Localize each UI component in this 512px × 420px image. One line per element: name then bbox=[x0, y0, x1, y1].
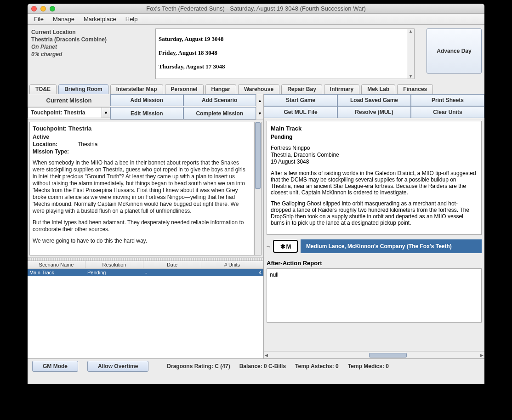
load-saved-game-button[interactable]: Load Saved Game bbox=[337, 94, 411, 106]
tab-hangar[interactable]: Hangar bbox=[205, 84, 236, 94]
menu-file[interactable]: File bbox=[29, 16, 48, 23]
aar-label: After-Action Report bbox=[267, 260, 482, 267]
allow-overtime-button[interactable]: Allow Overtime bbox=[87, 361, 148, 372]
tab-warehouse[interactable]: Warehouse bbox=[238, 84, 279, 94]
mission-select-value: Touchpoint: Thestria bbox=[28, 109, 102, 116]
location-label: Current Location bbox=[31, 28, 152, 36]
scroll-thumb[interactable] bbox=[369, 353, 407, 358]
briefing-type: Mission Type: bbox=[33, 148, 251, 155]
aar-value: null bbox=[270, 272, 279, 278]
advance-day-button[interactable]: Advance Day bbox=[427, 28, 482, 74]
tab-infirmary[interactable]: Infirmary bbox=[324, 84, 359, 94]
scrollbar[interactable] bbox=[254, 122, 262, 255]
track-paragraph: After a few months of raiding worlds in … bbox=[271, 170, 478, 196]
menu-manage[interactable]: Manage bbox=[48, 16, 79, 23]
briefing-panel: Touchpoint: Thestria Active Location:The… bbox=[29, 122, 254, 255]
tab-toe[interactable]: TO&E bbox=[29, 84, 57, 94]
chevron-down-icon[interactable]: ▼ bbox=[102, 108, 110, 118]
temp-medics: Temp Medics: 0 bbox=[348, 363, 389, 369]
dragoons-rating: Dragoons Rating: C (47) bbox=[167, 363, 230, 369]
add-scenario-button[interactable]: Add Scenario bbox=[183, 94, 256, 106]
horizontal-scrollbar[interactable]: ◀ ▶ bbox=[264, 351, 484, 358]
lance-label[interactable]: Medium Lance, McKinnon's Company (The Fo… bbox=[301, 239, 482, 253]
scroll-left-icon[interactable]: ◀ bbox=[265, 353, 268, 358]
date-log: Saturday, August 19 3048 Friday, August … bbox=[155, 28, 415, 79]
complete-mission-button[interactable]: Complete Mission bbox=[183, 107, 256, 119]
col-resolution[interactable]: Resolution bbox=[85, 261, 143, 268]
date-entry: Friday, August 18 3048 bbox=[159, 49, 404, 57]
scroll-right-icon[interactable]: ▶ bbox=[480, 353, 484, 358]
track-status: Pending bbox=[271, 134, 478, 140]
briefing-paragraph: We were going to have to do this the har… bbox=[33, 238, 251, 244]
scroll-thumb[interactable] bbox=[255, 122, 261, 189]
clear-units-button[interactable]: Clear Units bbox=[411, 106, 484, 118]
add-mission-button[interactable]: Add Mission bbox=[110, 94, 183, 106]
track-title: Main Track bbox=[271, 125, 478, 132]
scroll-up-icon[interactable]: ▲ bbox=[409, 29, 413, 34]
col-units[interactable]: # Units bbox=[201, 261, 263, 268]
aar-box: null bbox=[267, 268, 482, 323]
mission-select[interactable]: Touchpoint: Thestria ▼ bbox=[28, 107, 110, 118]
temp-astechs: Temp Astechs: 0 bbox=[295, 363, 339, 369]
zoom-icon[interactable] bbox=[50, 6, 55, 11]
minimize-icon[interactable] bbox=[40, 6, 46, 11]
edit-mission-button[interactable]: Edit Mission bbox=[110, 107, 183, 119]
tab-personnel[interactable]: Personnel bbox=[165, 84, 204, 94]
track-panel: Main Track Pending Fortress Ningpo Thest… bbox=[264, 118, 484, 351]
status-bar: GM Mode Allow Overtime Dragoons Rating: … bbox=[28, 358, 484, 373]
current-mission-header: Current Mission bbox=[28, 94, 110, 107]
scenario-table: Scenario Name Resolution Date # Units Ma… bbox=[28, 261, 263, 358]
briefing-paragraph: When somebody in the MIIO had a bee in t… bbox=[33, 159, 251, 215]
col-scenario-name[interactable]: Scenario Name bbox=[28, 261, 85, 268]
date-log-text[interactable]: Saturday, August 19 3048 Friday, August … bbox=[155, 28, 407, 79]
lance-row[interactable]: ⊸ ✱ M Medium Lance, McKinnon's Company (… bbox=[267, 239, 482, 253]
briefing-paragraph: But the Intel types had been adamant. Th… bbox=[33, 219, 251, 233]
scroll-down-icon[interactable]: ▼ bbox=[409, 74, 413, 79]
location-status: On Planet bbox=[31, 43, 152, 51]
scroll-down-icon[interactable]: ▼ bbox=[256, 107, 263, 119]
col-date[interactable]: Date bbox=[143, 261, 201, 268]
scrollbar[interactable]: ▲▼ bbox=[407, 28, 415, 79]
print-sheets-button[interactable]: Print Sheets bbox=[411, 94, 484, 106]
tab-finances[interactable]: Finances bbox=[397, 84, 433, 94]
start-game-button[interactable]: Start Game bbox=[264, 94, 337, 106]
resolve-mul-button[interactable]: Resolve (MUL) bbox=[337, 106, 411, 118]
get-mul-button[interactable]: Get MUL File bbox=[264, 106, 337, 118]
balance: Balance: 0 C-Bills bbox=[239, 363, 286, 369]
menubar: File Manage Marketplace Help bbox=[28, 14, 484, 25]
lance-type-icon: ✱ M bbox=[273, 240, 298, 253]
gm-mode-button[interactable]: GM Mode bbox=[32, 361, 78, 372]
tab-mek-lab[interactable]: Mek Lab bbox=[361, 84, 395, 94]
tab-briefing-room[interactable]: Briefing Room bbox=[58, 84, 108, 94]
main-tabs: TO&E Briefing Room Interstellar Map Pers… bbox=[28, 84, 484, 94]
tab-repair-bay[interactable]: Repair Bay bbox=[281, 84, 322, 94]
location-value: Thestria (Draconis Combine) bbox=[31, 36, 152, 43]
track-paragraph: The Galloping Ghost slipped into orbit m… bbox=[271, 200, 478, 226]
location-charge: 0% charged bbox=[31, 51, 152, 58]
track-meta: Fortress Ningpo Thestria, Draconis Combi… bbox=[271, 145, 478, 165]
briefing-title: Touchpoint: Thestria bbox=[33, 125, 251, 132]
date-entry: Saturday, August 19 3048 bbox=[159, 35, 404, 43]
table-row[interactable]: Main Track Pending - 4 bbox=[28, 269, 263, 276]
close-icon[interactable] bbox=[31, 6, 37, 11]
location-block: Current Location Thestria (Draconis Comb… bbox=[30, 28, 152, 79]
scroll-up-icon[interactable]: ▲ bbox=[256, 94, 263, 107]
titlebar: Fox's Teeth (Federated Suns) - Saturday,… bbox=[28, 4, 484, 14]
menu-help[interactable]: Help bbox=[121, 16, 142, 23]
date-entry: Thursday, August 17 3048 bbox=[159, 63, 404, 70]
window-title: Fox's Teeth (Federated Suns) - Saturday,… bbox=[28, 5, 484, 12]
track-info: Main Track Pending Fortress Ningpo Thest… bbox=[267, 121, 482, 235]
tab-interstellar-map[interactable]: Interstellar Map bbox=[110, 84, 163, 94]
briefing-status: Active bbox=[33, 134, 251, 140]
briefing-location: Location:Thestria bbox=[33, 141, 251, 148]
tree-handle-icon[interactable]: ⊸ bbox=[267, 244, 270, 249]
menu-marketplace[interactable]: Marketplace bbox=[79, 16, 121, 23]
